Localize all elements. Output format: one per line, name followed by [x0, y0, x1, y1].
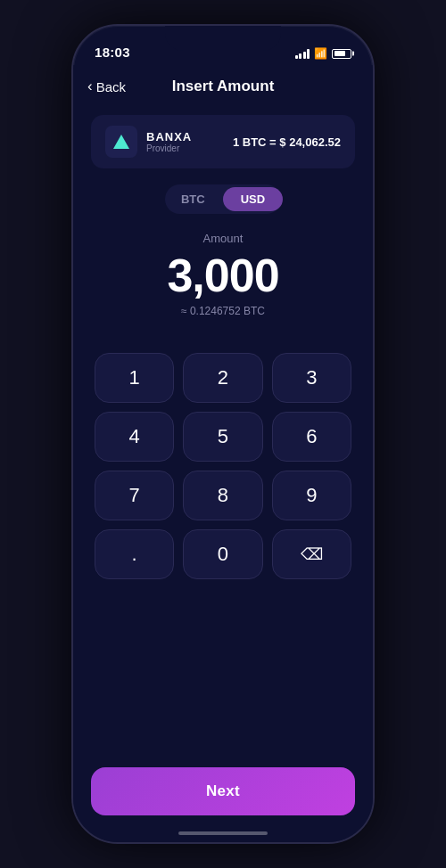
- key-4[interactable]: 4: [95, 412, 174, 462]
- provider-logo: [105, 126, 137, 158]
- amount-label: Amount: [91, 232, 355, 245]
- delete-icon: ⌫: [301, 545, 323, 564]
- provider-rate: 1 BTC = $ 24,062.52: [233, 135, 341, 149]
- key-dot[interactable]: .: [95, 529, 174, 579]
- key-6[interactable]: 6: [272, 412, 351, 462]
- signal-icon: [295, 49, 310, 59]
- amount-value: 3,000: [91, 250, 355, 301]
- wifi-icon: 📶: [314, 47, 327, 60]
- screen: ‹ Back Insert Amount BANXA Provider 1 BT…: [73, 65, 373, 842]
- status-icons: 📶: [295, 47, 352, 60]
- key-2[interactable]: 2: [183, 353, 262, 403]
- key-8[interactable]: 8: [183, 471, 262, 520]
- provider-label: Provider: [146, 143, 192, 153]
- nav-header: ‹ Back Insert Amount: [73, 65, 373, 108]
- back-label: Back: [96, 79, 126, 94]
- key-3[interactable]: 3: [272, 353, 351, 403]
- phone-wrapper: 18:03 📶 ‹ Back Insert Amount: [0, 0, 446, 868]
- back-chevron-icon: ‹: [87, 78, 93, 95]
- key-9[interactable]: 9: [272, 471, 351, 520]
- provider-card: BANXA Provider 1 BTC = $ 24,062.52: [91, 115, 355, 168]
- next-button[interactable]: Next: [91, 767, 355, 815]
- battery-icon: [332, 49, 351, 59]
- currency-toggle: BTC USD: [165, 184, 281, 214]
- provider-info: BANXA Provider: [146, 130, 192, 153]
- amount-section: Amount 3,000 ≈ 0.1246752 BTC: [73, 223, 373, 326]
- keypad: 1 2 3 4 5 6 7 8 9 . 0 ⌫: [73, 335, 373, 597]
- phone-frame: 18:03 📶 ‹ Back Insert Amount: [71, 24, 375, 844]
- back-button[interactable]: ‹ Back: [87, 78, 126, 95]
- next-button-wrapper: Next: [91, 767, 355, 815]
- btc-currency-button[interactable]: BTC: [163, 187, 223, 211]
- key-1[interactable]: 1: [95, 353, 174, 403]
- key-5[interactable]: 5: [183, 412, 262, 462]
- home-indicator: [178, 831, 268, 835]
- amount-converted: ≈ 0.1246752 BTC: [91, 305, 355, 317]
- status-time: 18:03: [95, 45, 130, 60]
- key-delete[interactable]: ⌫: [272, 529, 351, 579]
- provider-left: BANXA Provider: [105, 126, 192, 158]
- page-title: Insert Amount: [172, 78, 275, 95]
- notch: [165, 26, 281, 51]
- provider-name: BANXA: [146, 130, 192, 143]
- key-0[interactable]: 0: [183, 529, 262, 579]
- key-7[interactable]: 7: [95, 471, 174, 520]
- usd-currency-button[interactable]: USD: [223, 187, 283, 211]
- banxa-triangle-icon: [113, 135, 129, 149]
